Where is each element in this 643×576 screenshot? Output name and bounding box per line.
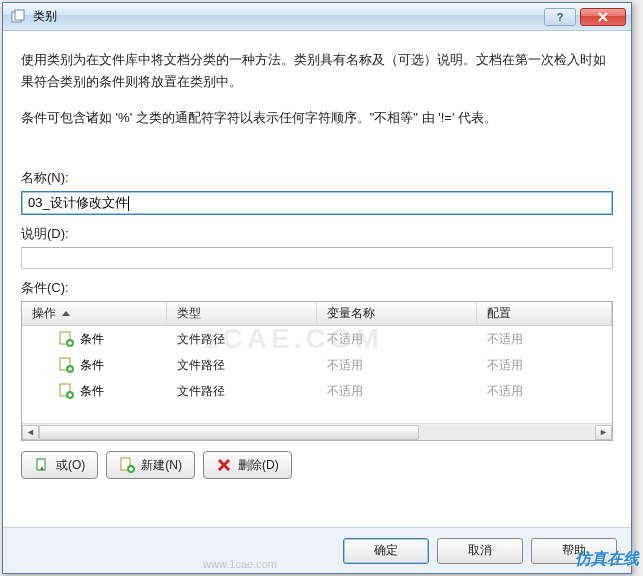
cell-cfg: 不适用 (477, 383, 612, 400)
scroll-right-button[interactable]: ► (595, 425, 612, 440)
app-icon (11, 9, 27, 25)
horizontal-scrollbar[interactable]: ◄ ► (22, 423, 612, 440)
help-button[interactable]: ? (544, 8, 576, 26)
table-row[interactable]: 条件 文件路径 不适用 不适用 (22, 378, 612, 404)
scroll-thumb[interactable] (39, 425, 419, 440)
cell-var: 不适用 (317, 383, 477, 400)
cell-type: 文件路径 (167, 357, 317, 374)
cell-op: 条件 (80, 357, 104, 374)
dialog-window: 类别 ? 使用类别为在文件库中将文档分类的一种方法。类别具有名称及（可选）说明。… (2, 2, 632, 574)
name-label: 名称(N): (21, 169, 613, 187)
ok-button[interactable]: 确定 (343, 538, 429, 564)
col-header-type[interactable]: 类型 (167, 302, 317, 325)
titlebar[interactable]: 类别 ? (3, 3, 631, 31)
delete-label: 删除(D) (238, 457, 279, 474)
cell-cfg: 不适用 (477, 331, 612, 348)
cell-op: 条件 (80, 383, 104, 400)
new-icon (119, 457, 135, 473)
cell-var: 不适用 (317, 331, 477, 348)
scroll-left-button[interactable]: ◄ (22, 425, 39, 440)
window-title: 类别 (33, 8, 544, 25)
dialog-body: 使用类别为在文件库中将文档分类的一种方法。类别具有名称及（可选）说明。文档在第一… (3, 31, 631, 527)
or-button[interactable]: 或(O) (21, 451, 98, 479)
dialog-footer: 确定 取消 帮助 (3, 527, 631, 573)
close-button[interactable] (580, 8, 626, 26)
or-label: 或(O) (56, 457, 85, 474)
cell-type: 文件路径 (167, 331, 317, 348)
new-button[interactable]: 新建(N) (106, 451, 195, 479)
desc-input[interactable] (21, 247, 613, 269)
or-icon (34, 457, 50, 473)
new-label: 新建(N) (141, 457, 182, 474)
cell-op: 条件 (80, 331, 104, 348)
delete-button[interactable]: 删除(D) (203, 451, 292, 479)
table-row[interactable]: 条件 文件路径 不适用 不适用 (22, 352, 612, 378)
cell-type: 文件路径 (167, 383, 317, 400)
col-header-op[interactable]: 操作 (22, 302, 167, 325)
intro-text-2: 条件可包含诸如 '%' 之类的通配符字符以表示任何字符顺序。"不相等" 由 '!… (21, 107, 613, 129)
name-value: 03_设计修改文件 (28, 195, 128, 210)
intro-text-1: 使用类别为在文件库中将文档分类的一种方法。类别具有名称及（可选）说明。文档在第一… (21, 49, 613, 93)
desc-label: 说明(D): (21, 225, 613, 243)
delete-icon (216, 457, 232, 473)
cancel-button[interactable]: 取消 (437, 538, 523, 564)
col-header-var[interactable]: 变量名称 (317, 302, 477, 325)
text-caret (128, 196, 129, 211)
table-row[interactable]: 条件 文件路径 不适用 不适用 (22, 326, 612, 352)
cond-label: 条件(C): (21, 279, 613, 297)
svg-rect-1 (15, 10, 24, 20)
conditions-toolbar: 或(O) 新建(N) 删除(D) (21, 451, 613, 479)
name-input[interactable]: 03_设计修改文件 (21, 191, 613, 215)
table-header: 操作 类型 变量名称 配置 (22, 302, 612, 326)
cell-var: 不适用 (317, 357, 477, 374)
titlebar-buttons: ? (544, 8, 626, 26)
col-header-cfg[interactable]: 配置 (477, 302, 612, 325)
cell-cfg: 不适用 (477, 357, 612, 374)
condition-icon (58, 357, 74, 373)
condition-icon (58, 331, 74, 347)
scroll-track[interactable] (39, 425, 595, 440)
conditions-table: 操作 类型 变量名称 配置 条件 文件路径 不适用 不适用 (21, 301, 613, 441)
corner-tag: 仿真在线 (575, 549, 639, 570)
condition-icon (58, 383, 74, 399)
watermark-url: www.1cae.com (203, 558, 277, 570)
